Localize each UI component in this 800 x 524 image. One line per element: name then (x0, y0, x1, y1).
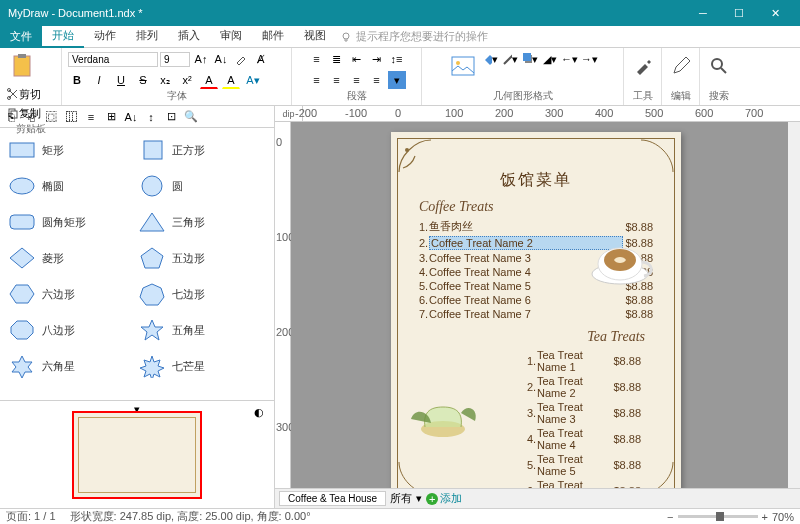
line-button[interactable]: ▾ (501, 50, 519, 68)
font-size-select[interactable] (160, 52, 190, 67)
shape-item[interactable]: 菱形 (4, 240, 134, 276)
scissors-icon (7, 88, 19, 100)
zoom-in-button[interactable]: + (762, 511, 768, 523)
shape-preview-icon (8, 246, 36, 270)
page-tab[interactable]: Coffee & Tea House (279, 491, 386, 506)
strike-button[interactable]: S (134, 71, 152, 89)
shape-item[interactable]: 圆 (134, 168, 264, 204)
cut-button[interactable]: 剪切 (6, 85, 42, 103)
page-preview-panel: ◐ ▾ (0, 400, 274, 508)
tea-cup-image (401, 389, 487, 447)
lp-search-icon[interactable]: 🔍 (182, 108, 200, 126)
clear-format-icon[interactable]: A̸ (252, 50, 270, 68)
svg-point-17 (405, 148, 409, 152)
shape-item[interactable]: 矩形 (4, 132, 134, 168)
font-color-button[interactable]: A (200, 71, 218, 89)
lp-icon[interactable]: ≡ (82, 108, 100, 126)
bold-button[interactable]: B (68, 71, 86, 89)
arrow-end-button[interactable]: →▾ (581, 50, 599, 68)
insert-image-button[interactable] (447, 50, 479, 82)
justify-button[interactable]: ≡ (368, 71, 386, 89)
color-indicator-icon[interactable]: ◐ (250, 403, 268, 421)
lp-icon[interactable]: ⎗ (22, 108, 40, 126)
highlight-button[interactable]: A (222, 71, 240, 89)
line-spacing-button[interactable]: ↕≡ (388, 50, 406, 68)
menu-tab-6[interactable]: 视图 (294, 25, 336, 48)
vertical-scrollbar[interactable] (788, 122, 800, 488)
document-page[interactable]: 饭馆菜单 Coffee Treats 1.鱼香肉丝$8.882.Coffee T… (391, 132, 681, 488)
minimize-button[interactable]: ─ (686, 0, 720, 26)
fill-button[interactable]: ▾ (481, 50, 499, 68)
align-left-button[interactable]: ≡ (308, 71, 326, 89)
tell-me-search[interactable]: 提示程序您想要进行的操作 (340, 29, 800, 44)
align-center-button[interactable]: ≡ (328, 71, 346, 89)
lp-icon[interactable]: A↓ (122, 108, 140, 126)
shape-preview-icon (138, 354, 166, 378)
svg-rect-10 (523, 53, 531, 61)
shape-item[interactable]: 五边形 (134, 240, 264, 276)
shape-item[interactable]: 六边形 (4, 276, 134, 312)
lp-icon[interactable]: ⊞ (102, 108, 120, 126)
indent-button[interactable]: ⇥ (368, 50, 386, 68)
menu-tab-4[interactable]: 审阅 (210, 25, 252, 48)
bullets-button[interactable]: ≡ (308, 50, 326, 68)
decrease-font-icon[interactable]: A↓ (212, 50, 230, 68)
numbering-button[interactable]: ≣ (328, 50, 346, 68)
shape-label: 七芒星 (172, 359, 205, 374)
shape-item[interactable]: 六角星 (4, 348, 134, 384)
shape-label: 菱形 (42, 251, 64, 266)
file-menu[interactable]: 文件 (0, 26, 42, 48)
lp-icon[interactable]: ⿲ (62, 108, 80, 126)
arrow-start-button[interactable]: ←▾ (561, 50, 579, 68)
shape-item[interactable]: 圆角矩形 (4, 204, 134, 240)
lp-icon[interactable]: ↕ (142, 108, 160, 126)
outdent-button[interactable]: ⇤ (348, 50, 366, 68)
shape-preview-icon (8, 318, 36, 342)
zoom-out-button[interactable]: − (667, 511, 673, 523)
menu-tab-2[interactable]: 排列 (126, 25, 168, 48)
shape-item[interactable]: 七芒星 (134, 348, 264, 384)
all-dropdown[interactable]: 所有 (390, 491, 412, 506)
italic-button[interactable]: I (90, 71, 108, 89)
shape-item[interactable]: 八边形 (4, 312, 134, 348)
font-family-select[interactable] (68, 52, 158, 67)
canvas-viewport[interactable]: 饭馆菜单 Coffee Treats 1.鱼香肉丝$8.882.Coffee T… (291, 122, 800, 488)
edit-button[interactable] (668, 50, 693, 82)
shape-item[interactable]: 五角星 (134, 312, 264, 348)
shape-item[interactable]: 正方形 (134, 132, 264, 168)
lp-icon[interactable]: ⊡ (162, 108, 180, 126)
tools-button[interactable] (630, 50, 655, 82)
close-button[interactable]: ✕ (758, 0, 792, 26)
shape-preview-icon (8, 282, 36, 306)
corner-button[interactable]: ◢▾ (541, 50, 559, 68)
superscript-button[interactable]: x² (178, 71, 196, 89)
subscript-button[interactable]: x₂ (156, 71, 174, 89)
bulb-icon (340, 31, 352, 43)
shape-label: 七边形 (172, 287, 205, 302)
shadow-button[interactable]: ▾ (521, 50, 539, 68)
zoom-slider[interactable] (678, 515, 758, 518)
menu-tab-5[interactable]: 邮件 (252, 25, 294, 48)
increase-font-icon[interactable]: A↑ (192, 50, 210, 68)
menu-tab-3[interactable]: 插入 (168, 25, 210, 48)
tools-group-label: 工具 (630, 89, 655, 103)
align-right-button[interactable]: ≡ (348, 71, 366, 89)
underline-button[interactable]: U (112, 71, 130, 89)
lp-icon[interactable]: ⎘ (2, 108, 20, 126)
maximize-button[interactable]: ☐ (722, 0, 756, 26)
shape-item[interactable]: 三角形 (134, 204, 264, 240)
svg-rect-1 (14, 56, 30, 76)
shape-item[interactable]: 椭圆 (4, 168, 134, 204)
add-page-button[interactable]: +添加 (426, 491, 462, 506)
shape-item[interactable]: 七边形 (134, 276, 264, 312)
text-effects-button[interactable]: A▾ (244, 71, 262, 89)
shading-button[interactable]: ▾ (388, 71, 406, 89)
paste-button[interactable] (6, 50, 38, 82)
lp-icon[interactable]: ⿴ (42, 108, 60, 126)
svg-rect-2 (18, 54, 26, 58)
page-thumbnail[interactable] (72, 411, 202, 499)
menu-tab-1[interactable]: 动作 (84, 25, 126, 48)
menu-tab-0[interactable]: 开始 (42, 25, 84, 48)
search-button[interactable] (706, 50, 732, 82)
eyedropper-icon[interactable] (232, 50, 250, 68)
